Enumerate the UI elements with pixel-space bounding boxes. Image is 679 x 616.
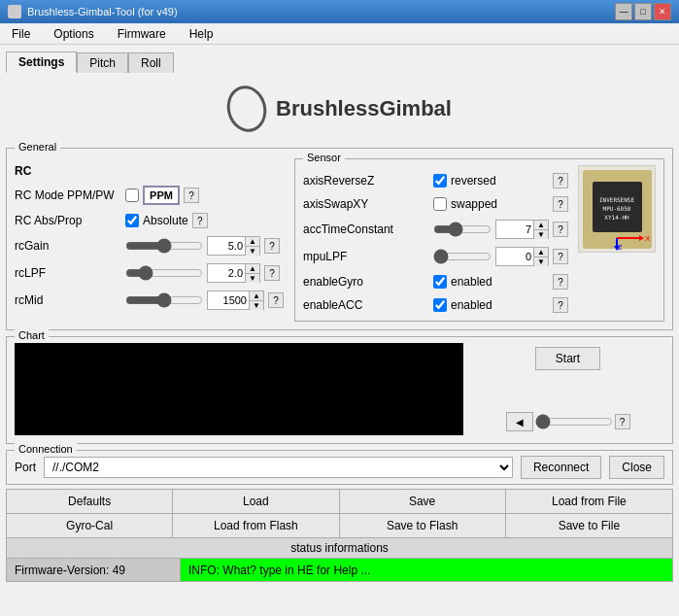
menu-firmware[interactable]: Firmware: [110, 25, 174, 43]
tab-settings[interactable]: Settings: [6, 51, 77, 73]
rc-mid-up[interactable]: ▲: [250, 291, 263, 301]
title-bar-left: Brushless-Gimbal-Tool (for v49): [8, 5, 178, 18]
mpu-lpf-label: mpuLPF: [303, 250, 429, 263]
status-info-row: status informations: [6, 538, 673, 559]
rc-gain-help[interactable]: ?: [264, 238, 280, 254]
axis-swap-help[interactable]: ?: [553, 196, 568, 212]
reconnect-button[interactable]: Reconnect: [521, 456, 601, 479]
connection-section: Connection Port //./COM2 Reconnect Close: [6, 450, 673, 485]
mpu-lpf-input[interactable]: [495, 247, 534, 266]
acc-checkbox[interactable]: [433, 298, 447, 312]
window-close-button[interactable]: ✕: [654, 3, 671, 20]
port-select[interactable]: //./COM2: [44, 457, 513, 478]
mpu-lpf-up[interactable]: ▲: [534, 248, 548, 257]
rc-gain-up[interactable]: ▲: [246, 237, 259, 247]
gyro-cal-button[interactable]: Gyro-Cal: [7, 514, 173, 537]
minimize-button[interactable]: —: [615, 3, 632, 20]
defaults-button[interactable]: Defaults: [7, 490, 173, 513]
chart-section: Chart Start ◀ ?: [6, 336, 673, 444]
acc-time-spin: ▲ ▼: [495, 220, 549, 239]
axis-swap-label: axisSwapXY: [303, 197, 429, 211]
tab-pitch[interactable]: Pitch: [77, 52, 128, 73]
axis-reverse-help[interactable]: ?: [553, 173, 568, 188]
rc-lpf-slider[interactable]: [125, 265, 203, 281]
save-to-file-button[interactable]: Save to File: [506, 514, 672, 537]
rc-mid-input[interactable]: [207, 291, 250, 310]
menu-help[interactable]: Help: [182, 25, 221, 43]
chart-canvas: [15, 343, 463, 435]
rc-lpf-slider-wrap: [125, 265, 203, 281]
rc-gain-slider[interactable]: [125, 238, 203, 254]
maximize-button[interactable]: □: [634, 3, 652, 20]
rc-abs-prop-checkbox[interactable]: [125, 214, 139, 227]
rc-mode-input[interactable]: [143, 186, 180, 205]
rc-lpf-input[interactable]: [207, 263, 246, 283]
gyro-row: enableGyro enabled ?: [303, 274, 568, 290]
axis-swap-checkbox[interactable]: [433, 197, 447, 211]
sensor-form: axisReverseZ reversed ? axisSwapXY swapp…: [303, 165, 568, 313]
rc-abs-prop-help[interactable]: ?: [192, 213, 208, 228]
mpu-lpf-row: mpuLPF ▲ ▼ ?: [303, 247, 568, 266]
chart-scroll-slider[interactable]: [535, 414, 613, 429]
acc-time-slider[interactable]: [433, 222, 492, 237]
gyro-help[interactable]: ?: [553, 274, 568, 290]
title-bar-controls: — □ ✕: [615, 3, 671, 20]
rc-lpf-down[interactable]: ▼: [246, 274, 259, 283]
start-button[interactable]: Start: [535, 347, 600, 370]
axis-swap-row: axisSwapXY swapped ?: [303, 196, 568, 212]
rc-mode-help[interactable]: ?: [184, 188, 199, 203]
axis-swap-text: swapped: [451, 197, 497, 211]
chart-left-btn[interactable]: ◀: [506, 412, 533, 431]
chart-help-btn[interactable]: ?: [615, 414, 630, 429]
rc-mid-help[interactable]: ?: [268, 292, 284, 308]
close-connection-button[interactable]: Close: [609, 456, 664, 479]
port-label: Port: [15, 461, 36, 474]
firmware-status: Firmware-Version: 49: [6, 559, 181, 582]
acc-time-help[interactable]: ?: [553, 222, 568, 237]
acc-time-arrows: ▲ ▼: [534, 220, 549, 239]
tab-roll[interactable]: Roll: [128, 52, 174, 73]
mpu-lpf-slider[interactable]: [433, 249, 492, 264]
rc-lpf-up[interactable]: ▲: [246, 264, 259, 274]
svg-text:MPU-6050: MPU-6050: [602, 205, 630, 212]
acc-time-input[interactable]: [495, 220, 534, 239]
rc-gain-input[interactable]: [207, 236, 246, 256]
acc-time-down[interactable]: ▼: [534, 230, 548, 239]
rc-lpf-help[interactable]: ?: [264, 265, 280, 281]
sensor-label: Sensor: [303, 152, 345, 163]
menu-file[interactable]: File: [4, 25, 38, 43]
main-content: BrushlessGimbal General RC RC Mode PPM/P…: [0, 72, 679, 588]
acc-text: enabled: [451, 298, 492, 312]
mpu-lpf-spin: ▲ ▼: [495, 247, 549, 266]
menu-bar: File Options Firmware Help: [0, 23, 679, 45]
rc-gain-slider-wrap: [125, 238, 203, 254]
gyro-checkbox[interactable]: [433, 275, 447, 289]
svg-text:XY14-HH: XY14-HH: [604, 214, 629, 221]
save-to-flash-button[interactable]: Save to Flash: [340, 514, 506, 537]
svg-text:Z: Z: [618, 244, 623, 251]
load-from-flash-button[interactable]: Load from Flash: [173, 514, 339, 537]
status-bottom-row: Firmware-Version: 49 INFO: What? type in…: [6, 559, 673, 582]
mpu-lpf-down[interactable]: ▼: [534, 257, 548, 266]
acc-label: enableACC: [303, 298, 429, 312]
general-panel: General RC RC Mode PPM/PW ? RC Abs/Prop …: [6, 148, 673, 330]
rc-mid-down[interactable]: ▼: [250, 301, 263, 310]
save-button[interactable]: Save: [340, 490, 506, 513]
svg-text:INVERSENSE: INVERSENSE: [598, 196, 634, 203]
menu-options[interactable]: Options: [46, 25, 101, 43]
acc-help[interactable]: ?: [553, 297, 568, 313]
axis-reverse-text: reversed: [451, 174, 496, 188]
rc-abs-prop-text: Absolute: [143, 214, 188, 227]
mpu-lpf-help[interactable]: ?: [553, 249, 568, 264]
rc-mode-checkbox[interactable]: [125, 188, 139, 202]
chip-svg: INVERSENSE MPU-6050 XY14-HH X Z: [581, 168, 654, 251]
rc-mid-slider[interactable]: [125, 292, 203, 308]
chip-image: INVERSENSE MPU-6050 XY14-HH X Z: [578, 165, 656, 253]
rc-mid-slider-wrap: [125, 292, 203, 308]
acc-time-up[interactable]: ▲: [534, 221, 548, 230]
axis-reverse-checkbox[interactable]: [433, 174, 447, 188]
mpu-lpf-arrows: ▲ ▼: [534, 247, 549, 266]
rc-gain-down[interactable]: ▼: [246, 247, 259, 256]
load-from-file-button[interactable]: Load from File: [506, 490, 672, 513]
load-button[interactable]: Load: [173, 490, 339, 513]
